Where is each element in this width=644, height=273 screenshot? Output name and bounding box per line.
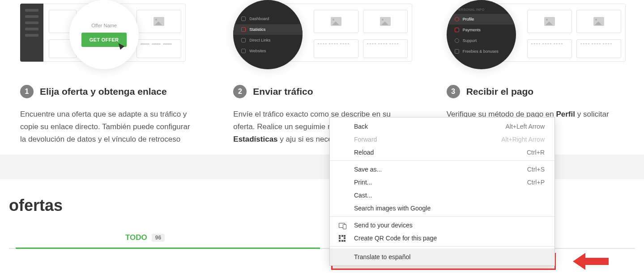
ctx-separator (330, 246, 554, 247)
image-placeholder-icon (380, 17, 391, 26)
ctx-shortcut: Ctrl+S (527, 166, 545, 173)
step-number-badge: 3 (447, 85, 460, 98)
illustration-card (576, 10, 621, 33)
image-placeholder-icon (154, 17, 164, 26)
ctx-label: Cast... (354, 192, 372, 199)
menu-item-dashboard: Dashboard (233, 13, 303, 24)
step-1-title: Elija oferta y obtenga enlace (40, 86, 167, 97)
image-placeholder-icon (331, 17, 341, 26)
image-placeholder-icon (544, 17, 555, 26)
step-number-badge: 2 (233, 85, 247, 98)
menu-item-profile: Profile (447, 14, 516, 25)
stats-bold: Estadísticas (233, 135, 277, 143)
ctx-shortcut: Alt+Left Arrow (505, 123, 545, 130)
arrow-annotation-icon (573, 255, 609, 268)
menu-item-support: Support (447, 35, 516, 46)
menu-item-websites: Websites (233, 46, 303, 56)
menu-item-freebies: Freebies & bonuses (447, 46, 516, 57)
ctx-shortcut: Alt+Right Arrow (501, 136, 545, 143)
illustration-card (136, 39, 181, 58)
menu-item-payments: Payments (447, 25, 516, 35)
ctx-save-as[interactable]: Save as... Ctrl+S (330, 163, 554, 176)
step-3-zoom-lens: PERSONAL INFO Profile Payments Support F… (447, 0, 516, 69)
ctx-translate[interactable]: Translate to español (330, 248, 554, 265)
ctx-label: Save as... (354, 166, 382, 173)
step-3-title: Recibir el pago (466, 86, 534, 97)
ctx-send-devices[interactable]: Send to your devices (330, 218, 554, 231)
offer-name-label: Offer Name (91, 23, 117, 28)
ctx-search-images[interactable]: Search images with Google (330, 202, 554, 214)
ctx-forward[interactable]: Forward Alt+Right Arrow (330, 133, 554, 146)
tab-count-badge: 96 (152, 234, 165, 242)
illustration-card (363, 39, 408, 58)
step-number-badge: 1 (20, 85, 34, 98)
illustration-card (314, 10, 358, 33)
step-2-zoom-lens: Dashboard Statistics Direct Links Websit… (233, 0, 303, 69)
step-1: Offer Name GET OFFER 1 Elija oferta y ob… (20, 0, 197, 146)
ctx-separator (330, 216, 554, 217)
illustration-card (576, 39, 621, 58)
step-3-header: 3 Recibir el pago (447, 85, 624, 98)
illustration-card (363, 10, 408, 33)
ctx-label: Send to your devices (354, 222, 413, 229)
step-2-illustration: Dashboard Statistics Direct Links Websit… (233, 0, 410, 71)
step-2-title: Enviar tráfico (253, 86, 313, 97)
menu-item-direct-links: Direct Links (233, 35, 303, 46)
perfil-bold: Perfil (556, 110, 575, 118)
image-placeholder-icon (593, 17, 604, 26)
step-2-header: 2 Enviar tráfico (233, 85, 410, 98)
illustration-card (527, 39, 572, 58)
ctx-label: Back (354, 123, 368, 130)
ctx-separator (330, 160, 554, 161)
ctx-label: Search images with Google (354, 205, 431, 212)
tab-active-indicator (16, 248, 320, 249)
step-1-header: 1 Elija oferta y obtenga enlace (20, 85, 197, 98)
ctx-label: Reload (354, 149, 374, 156)
ctx-label: Forward (354, 136, 377, 143)
ctx-reload[interactable]: Reload Ctrl+R (330, 146, 554, 159)
tab-label: TODO (125, 233, 147, 242)
qr-icon (339, 235, 346, 241)
ctx-label: Translate to español (354, 253, 410, 260)
menu-item-statistics: Statistics (233, 24, 303, 35)
step-1-zoom-lens: Offer Name GET OFFER (69, 0, 139, 69)
tab-todo[interactable]: TODO 96 (125, 233, 165, 242)
ctx-shortcut: Ctrl+R (527, 149, 545, 156)
illustration-card (314, 39, 358, 58)
ctx-back[interactable]: Back Alt+Left Arrow (330, 120, 554, 133)
ctx-label: Print... (354, 179, 372, 186)
illustration-card (136, 10, 181, 33)
ctx-qr-code[interactable]: Create QR Code for this page (330, 231, 554, 244)
step-3-illustration: PERSONAL INFO Profile Payments Support F… (447, 0, 624, 71)
illustration-card (527, 10, 572, 33)
ctx-cast[interactable]: Cast... (330, 189, 554, 202)
devices-icon (339, 222, 346, 228)
ctx-shortcut: Ctrl+P (527, 179, 545, 186)
step-1-description: Encuentre una oferta que se adapte a su … (20, 108, 197, 146)
illustration-sidebar-dark (20, 4, 43, 62)
ctx-print[interactable]: Print... Ctrl+P (330, 176, 554, 189)
context-menu: Back Alt+Left Arrow Forward Alt+Right Ar… (329, 117, 555, 266)
step-1-illustration: Offer Name GET OFFER (20, 0, 197, 71)
ctx-label: Create QR Code for this page (354, 235, 437, 242)
